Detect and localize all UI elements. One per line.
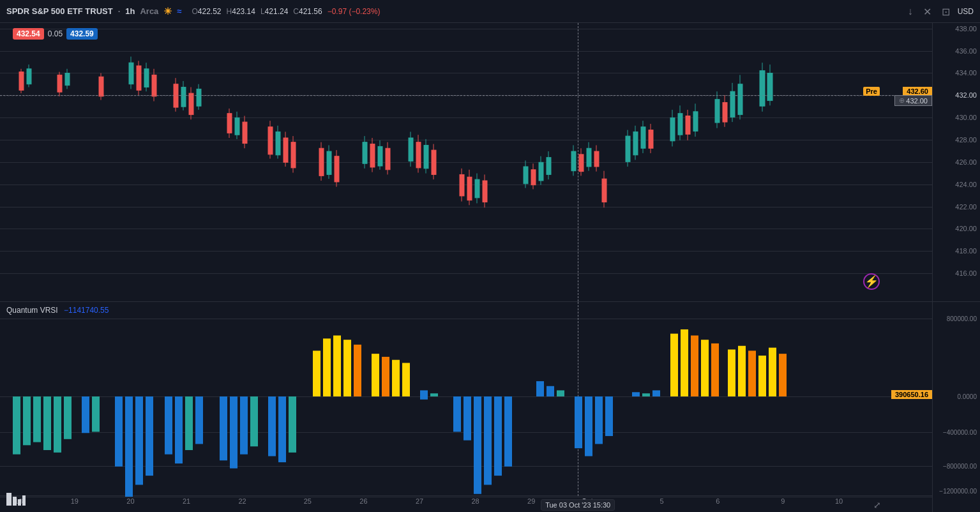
- vrsi-chart: [0, 302, 932, 512]
- crosshair-time-label: Tue 03 Oct '23 15:30: [541, 499, 615, 511]
- svg-rect-153: [474, 396, 481, 494]
- svg-rect-167: [670, 333, 678, 396]
- svg-rect-161: [585, 396, 592, 456]
- indicator-name: Quantum VRSI: [6, 306, 58, 315]
- svg-rect-117: [13, 396, 20, 455]
- svg-rect-162: [595, 396, 603, 444]
- indicator-price-neg400k: −400000.00: [943, 428, 977, 435]
- close-button[interactable]: ✕: [921, 4, 934, 19]
- time-label-22: 22: [238, 497, 246, 505]
- svg-rect-119: [33, 396, 41, 442]
- svg-rect-178: [6, 493, 11, 506]
- svg-rect-169: [691, 335, 698, 396]
- indicator-price-neg1200k: −1200000.00: [939, 488, 977, 495]
- svg-rect-128: [146, 396, 153, 476]
- restore-button[interactable]: ⊡: [939, 4, 953, 19]
- svg-rect-174: [748, 350, 756, 396]
- symbol-name: SPDR S&P 500 ETF TRUST: [6, 6, 113, 16]
- candlestick-chart: [0, 23, 932, 301]
- indicator-area[interactable]: Quantum VRSI −1141740.55: [0, 302, 932, 512]
- svg-rect-150: [430, 393, 438, 396]
- indicator-price-800k: 800000.00: [947, 315, 977, 322]
- low-value: 421.24: [265, 7, 289, 16]
- price-label-424: 424.00: [955, 181, 977, 188]
- prev-close-badge: 432.59: [66, 28, 98, 40]
- svg-rect-146: [382, 357, 389, 396]
- time-axis: 18 19 20 21 22 25 26 27 28 29 Oct 5 6 9 …: [0, 497, 932, 512]
- svg-rect-152: [464, 396, 471, 440]
- svg-rect-170: [701, 340, 709, 396]
- price-label-430: 430.00: [955, 114, 977, 121]
- exchange: Arca: [140, 6, 158, 16]
- time-label-20: 20: [126, 497, 134, 505]
- current-price-badge: 432.54: [13, 28, 44, 40]
- price-label-416: 416.00: [955, 269, 977, 277]
- open-label: O422.52: [192, 7, 222, 16]
- pre-market-label: Pre: [863, 87, 880, 96]
- header-controls: ↓ ✕ ⊡ USD: [905, 4, 974, 19]
- svg-rect-180: [18, 499, 21, 506]
- svg-rect-129: [165, 396, 172, 455]
- svg-rect-177: [779, 354, 787, 396]
- svg-rect-139: [289, 396, 296, 453]
- svg-rect-135: [240, 396, 248, 455]
- price-label-422: 422.00: [955, 203, 977, 211]
- open-value: 422.52: [198, 7, 222, 16]
- svg-rect-144: [354, 344, 361, 396]
- time-label-26: 26: [359, 497, 367, 505]
- arrow-down-button[interactable]: ↓: [905, 4, 916, 19]
- svg-rect-138: [278, 396, 286, 462]
- svg-rect-163: [605, 396, 613, 436]
- svg-rect-126: [125, 396, 133, 506]
- price-label-428: 428.00: [955, 136, 977, 144]
- svg-rect-181: [22, 495, 26, 506]
- svg-rect-160: [575, 396, 582, 448]
- ohlc-info: O422.52 H423.14 L421.24 C421.56 −0.97 (−…: [192, 7, 381, 16]
- time-label-6: 6: [716, 497, 720, 505]
- svg-rect-127: [135, 396, 143, 485]
- chart-header: SPDR S&P 500 ETF TRUST · 1h Arca ☀ ≈ O42…: [0, 0, 980, 23]
- svg-rect-171: [711, 343, 719, 396]
- svg-rect-172: [728, 349, 735, 396]
- svg-rect-120: [43, 396, 51, 450]
- svg-rect-148: [402, 363, 410, 396]
- svg-rect-125: [115, 396, 123, 467]
- time-label-25: 25: [304, 497, 312, 505]
- close-value: 421.56: [299, 7, 322, 16]
- low-label: L421.24: [260, 7, 288, 16]
- sun-icon: ☀: [163, 6, 172, 17]
- time-label-19: 19: [71, 497, 79, 505]
- price-label-438: 438.00: [955, 25, 977, 33]
- svg-rect-140: [313, 350, 320, 396]
- svg-rect-132: [195, 396, 203, 444]
- svg-rect-175: [758, 356, 766, 396]
- time-label-28: 28: [471, 497, 479, 505]
- chart-main[interactable]: Pre 432.60 ⊕ 432.00 ⚡ Quantum VRSI −11: [0, 23, 932, 512]
- price-label-418: 418.00: [955, 247, 977, 255]
- svg-rect-147: [392, 359, 400, 396]
- svg-rect-165: [642, 393, 650, 396]
- resize-handle[interactable]: ⤢: [873, 500, 881, 510]
- svg-rect-143: [343, 340, 351, 396]
- price-axis: 438.00 436.00 434.00 432.00 430.00 428.0…: [932, 23, 980, 512]
- candlestick-area[interactable]: Pre 432.60 ⊕ 432.00 ⚡: [0, 23, 932, 302]
- svg-rect-179: [13, 497, 17, 506]
- svg-rect-154: [484, 396, 492, 485]
- svg-rect-136: [250, 396, 258, 446]
- time-label-21: 21: [183, 497, 190, 505]
- price-label-426: 426.00: [955, 158, 977, 166]
- currency-label: USD: [958, 7, 974, 16]
- time-label-29: 29: [527, 497, 535, 505]
- lightning-icon[interactable]: ⚡: [863, 273, 880, 290]
- svg-rect-142: [333, 335, 341, 396]
- pre-price-value: 432.60: [903, 87, 932, 96]
- svg-rect-149: [420, 390, 428, 399]
- time-label-27: 27: [416, 497, 423, 505]
- price-label-420: 420.00: [955, 225, 977, 232]
- time-label-9: 9: [781, 497, 785, 505]
- svg-rect-130: [175, 396, 183, 463]
- svg-rect-158: [547, 386, 554, 396]
- symbol-info: SPDR S&P 500 ETF TRUST · 1h Arca ☀ ≈: [6, 6, 182, 17]
- price-label-434: 434.00: [955, 69, 977, 77]
- close-label: C421.56: [293, 7, 322, 16]
